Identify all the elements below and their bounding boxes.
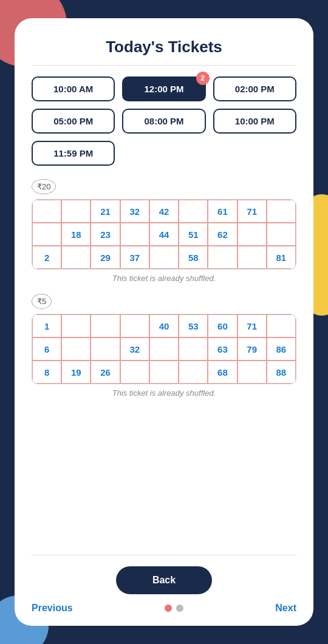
bottom-divider xyxy=(32,555,296,555)
ticket-grid: 140536071632637986819266888 xyxy=(32,314,296,384)
tickets-container: ₹2021324261711823445162229375881This tic… xyxy=(32,179,296,408)
nav-row: Previous Next xyxy=(32,603,296,614)
ticket-cell: 88 xyxy=(267,361,296,384)
time-slot-badge: 2 xyxy=(196,72,210,85)
ticket-note: This ticket is already shuffled. xyxy=(32,274,296,283)
ticket-cell xyxy=(237,223,267,246)
ticket-cell xyxy=(267,314,296,337)
time-slot-slot-1000pm[interactable]: 10:00 PM xyxy=(213,109,296,134)
ticket-cell: 2 xyxy=(32,246,61,269)
time-slot-slot-1200pm[interactable]: 12:00 PM2 xyxy=(122,76,205,101)
ticket-grid-container: 21324261711823445162229375881 xyxy=(32,199,296,269)
title-divider xyxy=(32,65,296,66)
ticket-cell: 6 xyxy=(32,337,61,361)
ticket-cell: 1 xyxy=(32,314,61,337)
ticket-cell: 58 xyxy=(179,246,208,269)
ticket-cell xyxy=(237,246,267,269)
ticket-cell: 37 xyxy=(120,246,149,269)
ticket-cell xyxy=(32,223,61,246)
ticket-cell xyxy=(91,314,120,337)
ticket-cell xyxy=(61,246,91,269)
ticket-cell xyxy=(120,314,149,337)
ticket-cell xyxy=(208,246,237,269)
ticket-cell: 19 xyxy=(61,361,91,384)
next-button[interactable]: Next xyxy=(275,603,296,614)
ticket-cell: 62 xyxy=(208,223,237,246)
ticket-cell: 79 xyxy=(237,337,267,361)
ticket-cell xyxy=(61,337,91,361)
ticket-cell: 71 xyxy=(237,314,267,337)
time-slot-slot-1000am[interactable]: 10:00 AM xyxy=(32,76,115,101)
ticket-cell xyxy=(179,200,208,223)
ticket-cell xyxy=(149,361,179,384)
ticket-grid-container: 140536071632637986819266888 xyxy=(32,314,296,384)
pagination-dots xyxy=(165,605,183,612)
ticket-cell: 51 xyxy=(179,223,208,246)
ticket-cell xyxy=(32,200,61,223)
time-slot-slot-0500pm[interactable]: 05:00 PM xyxy=(32,109,115,134)
ticket-price-label: ₹20 xyxy=(32,179,56,194)
ticket-cell xyxy=(120,223,149,246)
ticket-cell: 40 xyxy=(149,314,179,337)
pagination-dot-1[interactable] xyxy=(176,605,183,612)
pagination-dot-0[interactable] xyxy=(165,605,172,612)
ticket-cell: 23 xyxy=(91,223,120,246)
ticket-cell xyxy=(237,361,267,384)
ticket-note: This ticket is already shuffled. xyxy=(32,388,296,398)
ticket-cell: 21 xyxy=(91,200,120,223)
ticket-grid: 21324261711823445162229375881 xyxy=(32,200,296,269)
ticket-cell: 18 xyxy=(61,223,91,246)
ticket-cell: 32 xyxy=(120,337,149,361)
ticket-cell xyxy=(179,361,208,384)
ticket-cell: 86 xyxy=(267,337,296,361)
time-slot-slot-1159pm[interactable]: 11:59 PM xyxy=(32,141,115,166)
ticket-section-ticket-5: ₹5140536071632637986819266888This ticket… xyxy=(32,294,296,398)
back-button[interactable]: Back xyxy=(116,566,212,594)
ticket-cell: 61 xyxy=(208,200,237,223)
ticket-cell: 29 xyxy=(91,246,120,269)
ticket-cell: 71 xyxy=(237,200,267,223)
time-slots-grid: 10:00 AM12:00 PM202:00 PM05:00 PM08:00 P… xyxy=(32,76,296,166)
ticket-cell: 63 xyxy=(208,337,237,361)
time-slot-slot-0200pm[interactable]: 02:00 PM xyxy=(213,76,296,101)
ticket-cell: 32 xyxy=(120,200,149,223)
ticket-cell xyxy=(149,337,179,361)
ticket-cell: 42 xyxy=(149,200,179,223)
ticket-cell xyxy=(267,200,296,223)
ticket-cell xyxy=(149,246,179,269)
ticket-cell xyxy=(120,361,149,384)
main-card: Today's Tickets 10:00 AM12:00 PM202:00 P… xyxy=(15,18,313,626)
ticket-cell xyxy=(61,314,91,337)
ticket-cell: 60 xyxy=(208,314,237,337)
ticket-cell: 53 xyxy=(179,314,208,337)
time-slot-slot-0800pm[interactable]: 08:00 PM xyxy=(122,109,205,134)
ticket-cell: 26 xyxy=(91,361,120,384)
previous-button[interactable]: Previous xyxy=(32,603,73,614)
ticket-price-label: ₹5 xyxy=(32,294,52,309)
ticket-cell xyxy=(179,337,208,361)
ticket-cell xyxy=(61,200,91,223)
ticket-section-ticket-20: ₹2021324261711823445162229375881This tic… xyxy=(32,179,296,283)
ticket-cell: 68 xyxy=(208,361,237,384)
ticket-cell: 8 xyxy=(32,361,61,384)
ticket-cell: 44 xyxy=(149,223,179,246)
ticket-cell: 81 xyxy=(267,246,296,269)
ticket-cell xyxy=(91,337,120,361)
page-title: Today's Tickets xyxy=(32,38,296,56)
ticket-cell xyxy=(267,223,296,246)
